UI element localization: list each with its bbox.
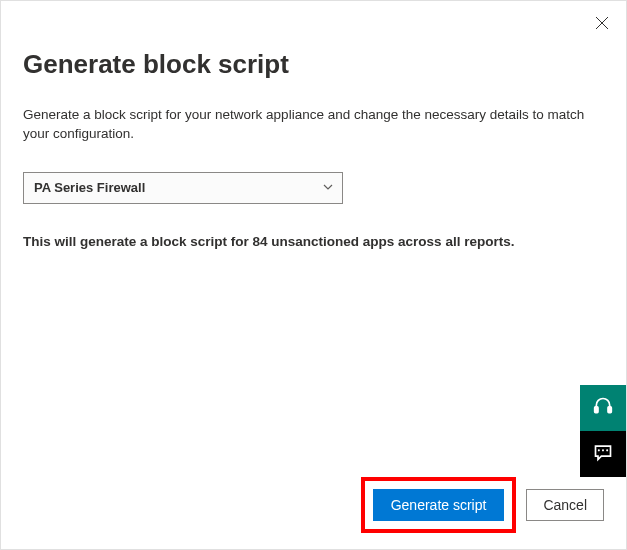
chat-icon bbox=[593, 442, 613, 466]
close-button[interactable] bbox=[592, 15, 612, 35]
cancel-button[interactable]: Cancel bbox=[526, 489, 604, 521]
info-text: This will generate a block script for 84… bbox=[23, 234, 604, 249]
svg-rect-3 bbox=[608, 407, 611, 413]
feedback-widget[interactable] bbox=[580, 431, 626, 477]
dialog-title: Generate block script bbox=[23, 49, 604, 80]
support-widget[interactable] bbox=[580, 385, 626, 431]
dialog-description: Generate a block script for your network… bbox=[23, 106, 604, 144]
generate-script-button[interactable]: Generate script bbox=[373, 489, 505, 521]
highlight-annotation: Generate script bbox=[361, 477, 517, 533]
close-icon bbox=[595, 16, 609, 34]
chevron-down-icon bbox=[322, 179, 334, 197]
side-widgets bbox=[580, 385, 626, 477]
dialog-footer: Generate script Cancel bbox=[23, 477, 604, 533]
dropdown-selected-text: PA Series Firewall bbox=[34, 180, 145, 195]
appliance-dropdown[interactable]: PA Series Firewall bbox=[23, 172, 343, 204]
headset-icon bbox=[593, 396, 613, 420]
svg-rect-2 bbox=[595, 407, 598, 413]
dialog-container: Generate block script Generate a block s… bbox=[1, 1, 626, 549]
